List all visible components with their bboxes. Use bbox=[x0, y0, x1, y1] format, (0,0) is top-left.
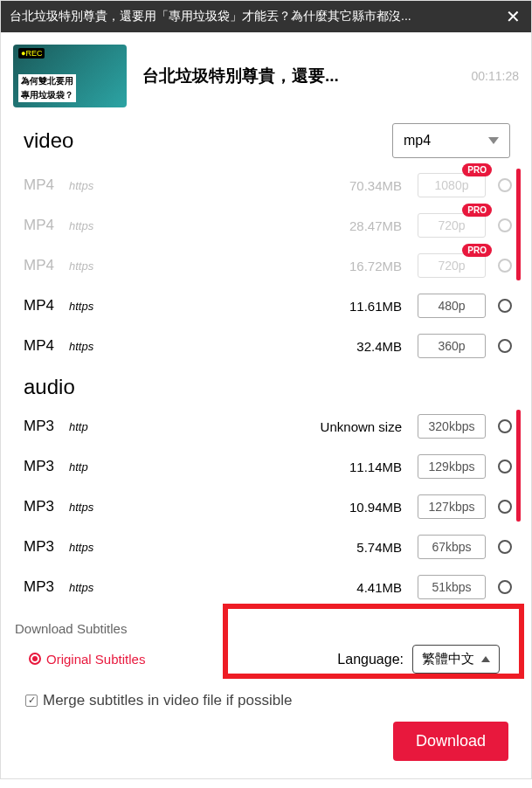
video-row: MP4https 70.34MB 1080pPRO bbox=[24, 165, 519, 205]
select-radio[interactable] bbox=[498, 500, 512, 514]
video-thumbnail: ●REC 為何雙北要用 專用垃圾袋？ bbox=[13, 45, 127, 107]
video-duration: 00:11:28 bbox=[472, 69, 520, 83]
quality-button[interactable]: 360p bbox=[418, 334, 486, 358]
scrollbar-video[interactable] bbox=[516, 169, 521, 280]
pro-badge: PRO bbox=[462, 163, 492, 176]
video-list: MP4https 70.34MB 1080pPRO MP4https 28.47… bbox=[24, 165, 519, 366]
original-subtitles-option[interactable]: Original Subtitles bbox=[29, 652, 145, 667]
audio-section-label: audio bbox=[24, 375, 519, 399]
checkbox-icon: ✓ bbox=[25, 695, 38, 707]
format-select-value: mp4 bbox=[404, 133, 488, 149]
chevron-down-icon bbox=[488, 137, 499, 144]
select-radio[interactable] bbox=[498, 339, 512, 353]
radio-checked-icon bbox=[29, 653, 41, 665]
quality-button[interactable]: 720pPRO bbox=[418, 213, 486, 238]
quality-button[interactable]: 480p bbox=[418, 294, 486, 318]
video-row: MP4https 32.4MB 360p bbox=[24, 326, 519, 366]
quality-button[interactable]: 67kbps bbox=[418, 535, 486, 559]
audio-row: MP3http 11.14MB 129kbps bbox=[24, 446, 519, 487]
select-radio[interactable] bbox=[498, 299, 512, 313]
select-radio[interactable] bbox=[498, 540, 512, 554]
scrollbar-audio[interactable] bbox=[516, 410, 521, 522]
video-row: MP4https 16.72MB 720pPRO bbox=[24, 245, 519, 286]
select-radio[interactable] bbox=[498, 259, 512, 273]
video-row: MP4https 11.61MB 480p bbox=[24, 286, 519, 326]
select-radio[interactable] bbox=[498, 580, 512, 594]
titlebar: 台北垃圾特別尊貴，還要用「專用垃圾袋」才能丟？為什麼其它縣市都沒... ✕ bbox=[1, 1, 531, 32]
merge-subtitles-option[interactable]: ✓ Merge subtitles in video file if possi… bbox=[25, 692, 519, 709]
audio-row: MP3https 4.41MB 51kbps bbox=[24, 567, 519, 607]
quality-button[interactable]: 720pPRO bbox=[418, 253, 486, 278]
audio-list: MP3http Unknown size 320kbps MP3http 11.… bbox=[24, 406, 519, 607]
audio-row: MP3https 5.74MB 67kbps bbox=[24, 527, 519, 567]
pro-badge: PRO bbox=[462, 204, 492, 217]
quality-button[interactable]: 51kbps bbox=[418, 575, 486, 599]
close-icon[interactable]: ✕ bbox=[503, 7, 522, 26]
quality-button[interactable]: 1080pPRO bbox=[418, 173, 486, 197]
pro-badge: PRO bbox=[462, 244, 492, 257]
window-title: 台北垃圾特別尊貴，還要用「專用垃圾袋」才能丟？為什麼其它縣市都沒... bbox=[10, 9, 503, 24]
quality-button[interactable]: 127kbps bbox=[418, 494, 486, 519]
format-select[interactable]: mp4 bbox=[392, 123, 510, 158]
select-radio[interactable] bbox=[498, 218, 512, 232]
quality-button[interactable]: 320kbps bbox=[418, 414, 486, 439]
audio-row: MP3http Unknown size 320kbps bbox=[24, 406, 519, 446]
video-title: 台北垃圾特別尊貴，還要... bbox=[142, 65, 463, 87]
select-radio[interactable] bbox=[498, 178, 512, 192]
language-select[interactable]: 繁體中文 bbox=[412, 645, 500, 674]
video-section-label: video bbox=[24, 128, 392, 153]
download-button[interactable]: Download bbox=[393, 722, 508, 761]
quality-button[interactable]: 129kbps bbox=[418, 454, 486, 479]
video-row: MP4https 28.47MB 720pPRO bbox=[24, 205, 519, 245]
language-label: Language: bbox=[337, 652, 404, 667]
chevron-up-icon bbox=[481, 656, 490, 662]
select-radio[interactable] bbox=[498, 460, 512, 473]
select-radio[interactable] bbox=[498, 419, 512, 433]
audio-row: MP3https 10.94MB 127kbps bbox=[24, 487, 519, 527]
